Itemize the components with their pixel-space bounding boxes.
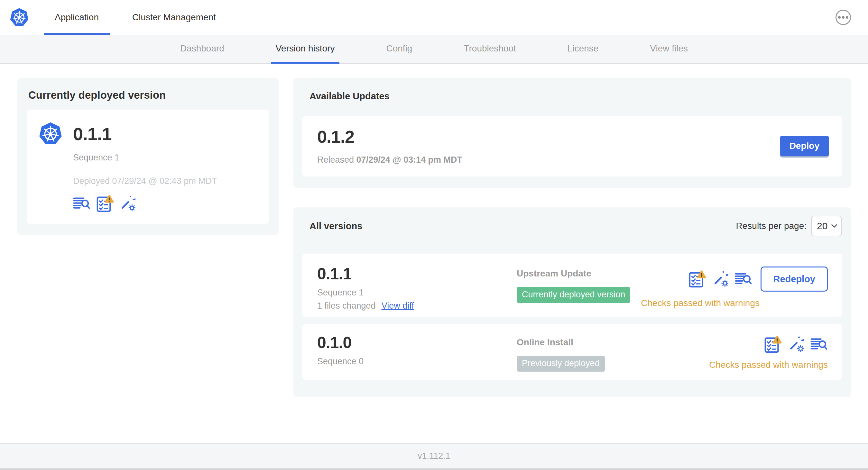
results-per-page-value: 20	[817, 221, 828, 231]
version-row: 0.1.1 Sequence 1 1 files changed View di…	[302, 254, 842, 317]
version-row-info: 0.1.1 Sequence 1 1 files changed View di…	[317, 265, 517, 311]
redeploy-button[interactable]: Redeploy	[761, 267, 828, 292]
tab-application[interactable]: Application	[44, 0, 110, 35]
update-version-number: 0.1.2	[317, 127, 780, 146]
results-per-page: Results per page: 20	[736, 216, 842, 236]
currently-deployed-title: Currently deployed version	[28, 89, 269, 101]
available-update-card: 0.1.2 Released 07/29/24 @ 03:14 pm MDT D…	[302, 116, 842, 176]
row-version-number: 0.1.0	[317, 333, 517, 352]
console-version: v1.112.1	[417, 451, 451, 461]
diff-logs-icon[interactable]	[810, 338, 828, 351]
diff-logs-icon[interactable]	[735, 272, 752, 286]
checks-status-text[interactable]: Checks passed with warnings	[709, 360, 828, 370]
version-row-status: Upstream Update Currently deployed versi…	[517, 265, 641, 311]
version-row-actions: Redeploy Checks passed with warnings	[641, 265, 828, 311]
subnav-item-view-files[interactable]: View files	[645, 35, 692, 64]
preflight-checks-warning-icon[interactable]	[96, 195, 114, 212]
row-files-changed: 1 files changed	[317, 301, 376, 311]
app-header: Application Cluster Management	[0, 0, 868, 35]
config-wrench-icon[interactable]	[788, 337, 804, 352]
kubernetes-app-icon	[39, 122, 62, 146]
header-tabs: Application Cluster Management	[44, 0, 227, 35]
subnav-item-config[interactable]: Config	[382, 35, 417, 64]
all-versions-title: All versions	[309, 221, 362, 231]
all-versions-panel: All versions Results per page: 20 0.1.1 …	[293, 207, 851, 397]
config-wrench-icon[interactable]	[120, 196, 135, 211]
update-released-line: Released 07/29/24 @ 03:14 pm MDT	[317, 155, 780, 165]
results-per-page-label: Results per page:	[736, 221, 807, 231]
deploy-button[interactable]: Deploy	[780, 136, 829, 156]
subnav-item-troubleshoot[interactable]: Troubleshoot	[459, 35, 520, 64]
row-sequence-label: Sequence 1	[317, 288, 517, 298]
diff-logs-icon[interactable]	[73, 197, 90, 210]
checks-status-text[interactable]: Checks passed with warnings	[641, 298, 760, 308]
currently-deployed-card: 0.1.1 Sequence 1 Deployed 07/29/24 @ 02:…	[27, 110, 269, 224]
window-bottom-edge	[0, 468, 868, 470]
previously-deployed-badge: Previously deployed	[517, 356, 605, 372]
preflight-checks-warning-icon[interactable]	[688, 270, 707, 288]
version-row-status: Online Install Previously deployed	[517, 333, 709, 372]
app-footer: v1.112.1	[0, 443, 868, 470]
row-version-number: 0.1.1	[317, 265, 517, 283]
version-row-actions: Checks passed with warnings	[709, 333, 828, 372]
deployed-version-actions	[73, 195, 257, 212]
subnav-item-dashboard[interactable]: Dashboard	[176, 35, 229, 64]
results-per-page-select[interactable]: 20	[811, 216, 842, 236]
tab-cluster-management[interactable]: Cluster Management	[121, 0, 227, 35]
ellipsis-menu-icon[interactable]	[836, 10, 851, 25]
view-diff-link[interactable]: View diff	[381, 301, 414, 311]
main-content: Currently deployed version 0.1.1 Sequenc…	[0, 64, 868, 443]
right-column: Available Updates 0.1.2 Released 07/29/2…	[293, 78, 851, 397]
row-source-label: Upstream Update	[517, 268, 641, 279]
row-source-label: Online Install	[517, 337, 709, 347]
deployed-version-number: 0.1.1	[73, 124, 112, 144]
deployed-sequence-label: Sequence 1	[73, 153, 257, 163]
kubernetes-logo-icon	[10, 8, 29, 27]
currently-deployed-panel: Currently deployed version 0.1.1 Sequenc…	[18, 78, 279, 235]
preflight-checks-warning-icon[interactable]	[764, 335, 782, 353]
config-wrench-icon[interactable]	[713, 271, 728, 287]
subnav-item-license[interactable]: License	[563, 35, 603, 64]
available-updates-panel: Available Updates 0.1.2 Released 07/29/2…	[293, 78, 851, 188]
released-date: 07/29/24 @ 03:14 pm MDT	[356, 155, 462, 165]
version-row: 0.1.0 Sequence 0 Online Install Previous…	[302, 324, 842, 380]
version-row-info: 0.1.0 Sequence 0	[317, 333, 517, 372]
currently-deployed-badge: Currently deployed version	[517, 287, 630, 303]
row-sequence-label: Sequence 0	[317, 357, 517, 367]
deployed-timestamp: Deployed 07/29/24 @ 02:43 pm MDT	[73, 176, 257, 186]
released-prefix: Released	[317, 155, 356, 165]
available-updates-title: Available Updates	[309, 91, 842, 102]
chevron-down-icon	[831, 224, 837, 228]
app-subnav: Dashboard Version history Config Trouble…	[0, 35, 868, 64]
subnav-item-version-history[interactable]: Version history	[271, 35, 339, 64]
